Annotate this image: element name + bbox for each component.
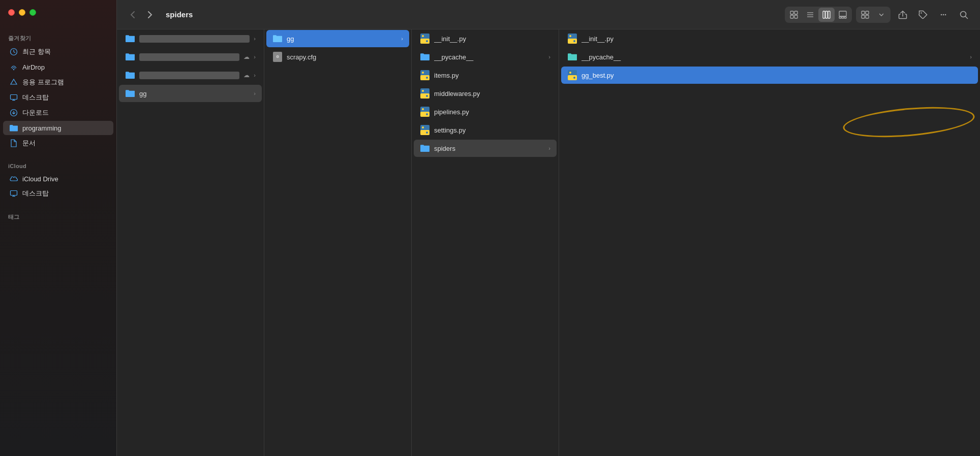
list-item-items-py[interactable]: items.py <box>414 67 557 84</box>
list-item-settings-py[interactable]: settings.py <box>414 121 557 139</box>
sidebar-item-programming[interactable]: programming <box>3 121 113 135</box>
column-view-button[interactable] <box>818 8 835 22</box>
apps-icon <box>9 78 18 87</box>
svg-point-52 <box>422 126 424 128</box>
sidebar-item-recents[interactable]: 최근 항목 <box>3 45 113 59</box>
file-name: settings.py <box>434 126 550 134</box>
back-button[interactable] <box>125 7 140 22</box>
file-name: scrapy.cfg <box>287 53 403 61</box>
list-item-init-py-2[interactable]: __init__.py <box>561 30 978 47</box>
traffic-lights <box>8 9 36 16</box>
icloud-label: iCloud <box>0 159 116 171</box>
svg-point-48 <box>422 108 424 110</box>
search-button[interactable] <box>956 7 972 23</box>
document-icon <box>9 139 18 148</box>
sidebar-item-downloads[interactable]: 다운로드 <box>3 106 113 120</box>
svg-point-31 <box>945 14 946 15</box>
svg-point-36 <box>422 35 424 37</box>
python-file-icon <box>567 70 577 80</box>
svg-rect-55 <box>568 39 577 44</box>
list-item-gg-best-py[interactable]: gg_best.py <box>561 67 978 84</box>
file-name: items.py <box>434 72 550 79</box>
maximize-button[interactable] <box>29 9 36 16</box>
svg-rect-7 <box>11 191 17 196</box>
svg-rect-43 <box>420 93 430 99</box>
list-item-pipelines-py[interactable]: pipelines.py <box>414 103 557 120</box>
list-item[interactable]: ████ › <box>119 30 262 47</box>
svg-point-56 <box>569 35 571 37</box>
svg-rect-35 <box>420 39 430 44</box>
sidebar-item-desktop[interactable]: 데스크탑 <box>3 90 113 105</box>
view-options-dropdown[interactable] <box>873 8 890 22</box>
svg-point-40 <box>422 72 424 74</box>
list-item[interactable]: ███████ ☁ › <box>119 67 262 84</box>
svg-point-44 <box>422 90 424 92</box>
list-item-gg[interactable]: gg › <box>119 85 262 102</box>
list-item-scrapy-cfg[interactable]: ⚙ scrapy.cfg <box>266 48 409 66</box>
view-options-button[interactable] <box>857 8 873 22</box>
list-item-pycache[interactable]: __pycache__ › <box>414 48 557 66</box>
file-name: spiders <box>434 145 544 152</box>
svg-point-1 <box>13 69 14 70</box>
svg-rect-10 <box>790 11 793 14</box>
svg-rect-19 <box>828 11 830 18</box>
svg-point-53 <box>426 132 428 134</box>
svg-point-57 <box>573 40 575 42</box>
svg-rect-2 <box>11 95 17 100</box>
list-view-button[interactable] <box>802 8 818 22</box>
list-item-spiders[interactable]: spiders › <box>414 140 557 157</box>
sidebar-item-programming-label: programming <box>22 124 62 132</box>
python-file-icon <box>567 34 577 44</box>
file-name: pipelines.py <box>434 108 550 116</box>
view-switcher <box>785 7 852 23</box>
nav-buttons <box>125 7 158 22</box>
window-title: spiders <box>166 10 779 19</box>
python-file-icon <box>420 125 430 135</box>
folder-icon <box>272 34 283 44</box>
cloud-icon <box>9 174 18 183</box>
sidebar-item-icloud-drive[interactable]: iCloud Drive <box>3 172 113 186</box>
minimize-button[interactable] <box>19 9 25 16</box>
toolbar-right <box>785 7 972 23</box>
file-name: __init__.py <box>581 35 972 43</box>
share-button[interactable] <box>895 7 911 23</box>
list-item[interactable]: ██████ ☁ › <box>119 48 262 66</box>
file-name-gg: gg <box>139 90 250 97</box>
tag-button[interactable] <box>915 7 931 23</box>
icon-view-button[interactable] <box>786 8 802 22</box>
svg-rect-26 <box>862 15 865 18</box>
svg-point-28 <box>921 12 922 13</box>
monitor-icon <box>9 189 18 198</box>
svg-rect-39 <box>420 75 430 80</box>
list-item-gg-selected[interactable]: gg › <box>266 30 409 47</box>
gallery-view-button[interactable] <box>835 8 851 22</box>
svg-line-33 <box>966 16 968 18</box>
column-4: __init__.py __pycache__ › <box>559 29 980 456</box>
file-name: gg_best.py <box>581 72 972 79</box>
svg-point-60 <box>569 72 571 74</box>
svg-rect-12 <box>790 15 793 18</box>
list-item-pycache-2[interactable]: __pycache__ › <box>561 48 978 66</box>
more-button[interactable] <box>935 7 952 23</box>
svg-rect-21 <box>839 17 841 18</box>
python-file-icon <box>420 88 430 99</box>
svg-rect-22 <box>842 17 844 18</box>
sidebar-item-apps[interactable]: 응용 프로그램 <box>3 75 113 89</box>
sidebar: 즐겨찾기 최근 항목 AirDrop 응용 프로그램 <box>0 0 117 456</box>
list-item-middlewares-py[interactable]: middlewares.py <box>414 85 557 102</box>
sidebar-item-documents[interactable]: 문서 <box>3 136 113 150</box>
list-item-init-py[interactable]: __init__.py <box>414 30 557 47</box>
sidebar-item-downloads-label: 다운로드 <box>22 108 49 117</box>
sidebar-item-icloud-desktop[interactable]: 데스크탑 <box>3 186 113 201</box>
svg-rect-18 <box>825 11 828 18</box>
file-name: __pycache__ <box>581 53 966 61</box>
close-button[interactable] <box>8 9 15 16</box>
svg-point-30 <box>943 14 944 15</box>
forward-button[interactable] <box>142 7 158 22</box>
svg-point-32 <box>961 11 966 17</box>
sidebar-item-airdrop[interactable]: AirDrop <box>3 60 113 74</box>
download-icon <box>9 108 18 117</box>
svg-point-49 <box>426 113 428 115</box>
svg-rect-25 <box>866 11 869 14</box>
favorites-label: 즐겨찾기 <box>0 30 116 44</box>
